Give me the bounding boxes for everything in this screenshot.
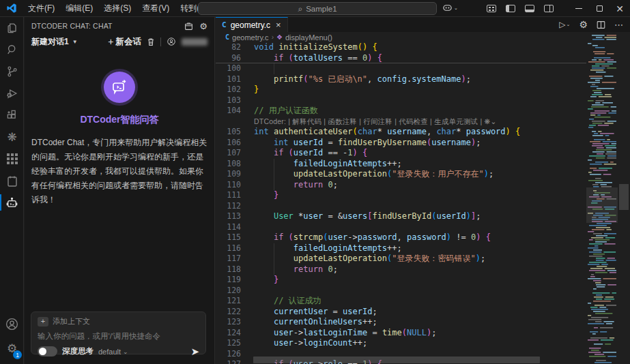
send-button[interactable]: ➤ (190, 346, 199, 357)
indent-guide (274, 63, 274, 74)
codelens-link[interactable]: 函数注释 (328, 117, 359, 125)
line-number: 119 (216, 275, 241, 286)
line-number: 116 (216, 243, 241, 254)
panel-settings-icon[interactable]: ⚙ (199, 21, 207, 31)
code-line: 115 if (strcmp(user->password, password)… (216, 232, 586, 243)
breadcrumb-symbol[interactable]: displayMenu() (285, 33, 332, 42)
tab-close-icon[interactable]: × (276, 20, 281, 30)
indent-guide (274, 159, 274, 170)
add-context-label: 添加上下文 (53, 316, 90, 327)
menu-item[interactable]: 文件(F) (23, 1, 60, 16)
settings-badge: 1 (13, 350, 22, 359)
toggle-panel-icon[interactable] (525, 5, 534, 12)
breadcrumb[interactable]: C geometry.c › ❖ displayMenu() (216, 32, 630, 42)
line-number: 124 (216, 328, 241, 339)
command-center-search[interactable]: ⌕ Sample1 (198, 2, 437, 15)
sidebar-item-source-control[interactable] (0, 61, 24, 82)
sidebar-item-grid-extension[interactable] (0, 148, 24, 170)
menu-item[interactable]: 选择(S) (98, 1, 137, 16)
code-line: 123 currentOnlineUsers++; (216, 317, 586, 328)
sidebar-item-explorer[interactable] (0, 17, 24, 39)
menu-item[interactable]: 查看(V) (137, 1, 175, 16)
account-button[interactable] (0, 312, 24, 335)
toggle-secondary-sidebar-icon[interactable] (544, 5, 554, 12)
split-editor-icon[interactable] (597, 20, 605, 29)
line-number: 108 (216, 159, 241, 170)
chat-input-placeholder[interactable]: 输入你的问题，或用'/'调用快捷命令 (38, 331, 199, 342)
codelens-link[interactable]: 生成单元测试 (434, 117, 480, 125)
menu-item[interactable]: 编辑(E) (60, 1, 98, 16)
indent-guide (274, 180, 274, 191)
vertical-scrollbar[interactable] (618, 32, 630, 364)
files-icon (5, 21, 19, 35)
customize-layout-icon[interactable] (487, 5, 496, 12)
username-redacted (182, 38, 207, 46)
add-context-button[interactable]: + (38, 317, 48, 327)
codelens-actions[interactable]: DTCoder: | 解释代码 | 函数注释 | 行间注释 | 代码检查 | 生… (254, 117, 497, 127)
chevron-down-icon: ⌄ (454, 5, 458, 11)
panel-history-icon[interactable] (184, 22, 193, 31)
sidebar-item-dtcoder-chat[interactable] (0, 192, 24, 213)
swirl-icon: ❋ (7, 130, 16, 145)
codelens-link[interactable]: 代码检查 (399, 117, 430, 125)
delete-session-icon[interactable] (147, 37, 155, 46)
code-line: 111 } (216, 190, 586, 201)
c-file-icon: C (222, 20, 227, 29)
code-text: // 用户认证函数 (254, 106, 318, 117)
extensions-icon (5, 108, 19, 122)
code-text: } (254, 190, 278, 201)
line-number: 111 (216, 190, 241, 201)
editor-settings-icon[interactable]: ⚙ (579, 19, 588, 30)
minimap-slider[interactable] (586, 187, 618, 223)
line-number: 104 (216, 106, 241, 117)
toggle-sidebar-icon[interactable] (506, 5, 515, 12)
user-avatar-icon[interactable] (167, 37, 176, 46)
code-text: updateLastOperation("登录失败：密码错误"); (254, 254, 485, 264)
code-editor[interactable]: 82void initializeSystem() {96 if (totalU… (216, 42, 586, 364)
account-icon (5, 317, 19, 331)
line-number: 127 (216, 359, 241, 364)
codelens-link[interactable]: 解释代码 (292, 117, 324, 125)
codelens-link[interactable]: 行间注释 (363, 117, 395, 125)
chat-input-box[interactable]: + 添加上下文 输入你的问题，或用'/'调用快捷命令 深度思考 default … (31, 312, 206, 354)
minimap[interactable] (586, 32, 618, 364)
vscode-window: 文件(F)编辑(E)选择(S)查看(V)转到(G)⋯ ← → ⌕ Sample1… (0, 0, 630, 364)
breadcrumb-file[interactable]: geometry.c (232, 33, 269, 42)
line-number: 118 (216, 264, 241, 275)
code-text: // 认证成功 (254, 296, 321, 307)
copilot-button[interactable]: ⌄ (442, 3, 458, 13)
new-session-button[interactable]: + 新会话 (108, 36, 141, 48)
maximize-button[interactable] (589, 0, 610, 17)
dtcoder-chat-panel: DTCODER CHAT: CHAT ⚙ 新建对话1 ▼ + 新会话 (25, 17, 215, 364)
sidebar-item-extensions[interactable] (0, 104, 24, 126)
more-actions-icon[interactable]: ⋯ (614, 20, 623, 30)
session-dropdown[interactable]: 新建对话1 ▼ (31, 36, 78, 48)
code-text: void initializeSystem() { (254, 42, 377, 53)
line-number: 113 (216, 211, 241, 222)
horizontal-scrollbar-thumb[interactable] (253, 357, 540, 363)
source-control-icon (5, 65, 19, 78)
sidebar-item-search[interactable] (0, 39, 24, 61)
tab-geometry-c[interactable]: C geometry.c × (216, 17, 288, 32)
line-number: 114 (216, 222, 241, 233)
minimize-button[interactable] (569, 0, 589, 17)
code-line: 104// 用户认证函数 (216, 106, 586, 117)
sidebar-item-run-debug[interactable] (0, 82, 24, 104)
deep-think-label: 深度思考 (62, 346, 94, 357)
vertical-scrollbar-thumb[interactable] (619, 184, 629, 210)
code-text: } (254, 275, 278, 286)
code-line: 100 (216, 63, 586, 74)
close-button[interactable]: ✕ (610, 0, 630, 17)
sidebar-item-notes-extension[interactable] (0, 170, 24, 192)
settings-button[interactable]: ⚙ 1 (0, 335, 24, 361)
chevron-down-icon: ▼ (72, 39, 78, 45)
code-line: 121 // 认证成功 (216, 296, 586, 307)
chevron-right-icon: › (272, 33, 274, 41)
panel-title: DTCODER CHAT: CHAT (31, 22, 184, 30)
code-text: printf("%s 已启动\n", config.systemName); (254, 74, 471, 85)
model-select[interactable]: default ⌄ (98, 348, 128, 356)
sidebar-item-swirl-extension[interactable]: ❋ (0, 126, 24, 148)
code-text: updateLastOperation("登录失败：用户不存在"); (254, 169, 493, 180)
deep-think-toggle[interactable] (38, 346, 57, 357)
run-file-button[interactable]: ▷⌄ (559, 20, 570, 29)
